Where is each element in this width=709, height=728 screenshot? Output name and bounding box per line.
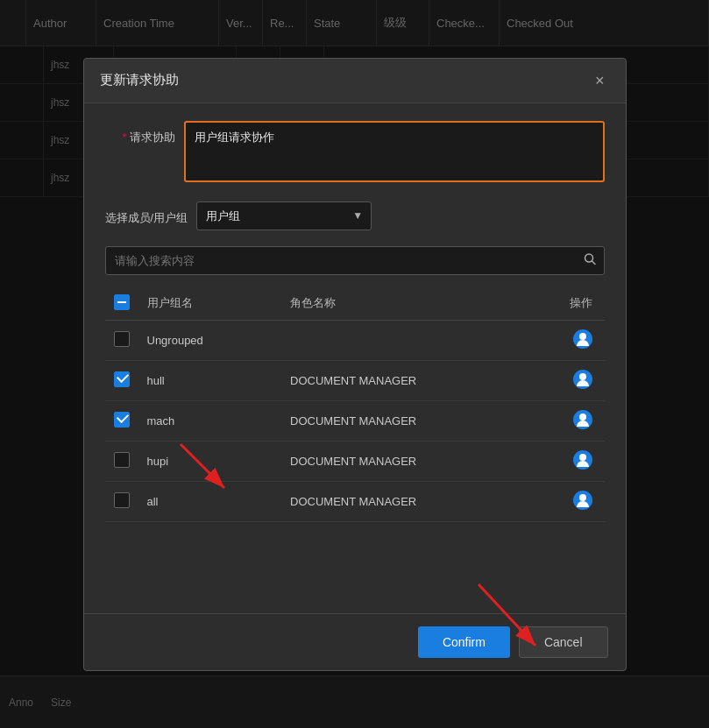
row-checkbox-hull[interactable]: [114, 371, 130, 387]
row-name: hupi: [138, 441, 282, 481]
select-member-control: 用户组 ▼: [196, 201, 604, 230]
table-row: all DOCUMENT MANAGER: [105, 481, 605, 521]
row-role: [281, 320, 560, 360]
user-icon[interactable]: [573, 450, 592, 470]
row-checkbox-cell: [105, 481, 138, 521]
search-icon: [584, 253, 596, 268]
row-checkbox-cell: [105, 320, 138, 360]
row-checkbox-cell: [105, 441, 138, 481]
form-row-select-member: 选择成员/用户组 用户组 ▼: [105, 201, 605, 230]
th-checkbox: [105, 287, 138, 321]
dialog-overlay: 更新请求协助 × *请求协助 选择成员/用户组 用户组: [0, 0, 709, 728]
table-row: hull DOCUMENT MANAGER: [105, 360, 605, 400]
row-action: [561, 441, 605, 481]
th-role: 角色名称: [281, 287, 560, 321]
row-role: DOCUMENT MANAGER: [281, 481, 560, 521]
row-checkbox-all[interactable]: [114, 492, 130, 508]
table-header-row: 用户组名 角色名称 操作: [105, 287, 605, 321]
svg-line-1: [592, 261, 595, 265]
dialog-footer: Confirm Cancel: [84, 613, 626, 670]
select-wrap: 用户组 ▼: [196, 201, 372, 230]
cancel-button[interactable]: Cancel: [519, 626, 608, 658]
table-row: mach DOCUMENT MANAGER: [105, 400, 605, 441]
confirm-button[interactable]: Confirm: [418, 626, 510, 658]
row-role: DOCUMENT MANAGER: [281, 400, 560, 441]
row-checkbox-hupi[interactable]: [114, 452, 130, 468]
row-checkbox-cell: [105, 400, 138, 441]
th-name: 用户组名: [138, 287, 282, 321]
form-row-request-help: *请求协助: [105, 121, 605, 186]
select-member-label: 选择成员/用户组: [105, 201, 197, 226]
row-checkbox-mach[interactable]: [114, 412, 130, 428]
th-action: 操作: [561, 287, 605, 321]
row-role: DOCUMENT MANAGER: [281, 360, 560, 400]
user-icon[interactable]: [573, 329, 592, 349]
request-help-label: *请求协助: [105, 121, 184, 145]
row-action: [561, 481, 605, 521]
table-row: Ungrouped: [105, 320, 605, 360]
user-table: 用户组名 角色名称 操作 Ungrouped: [105, 287, 605, 522]
select-all-checkbox[interactable]: [114, 294, 130, 310]
form-control-wrap: [184, 121, 605, 186]
table-row: hupi DOCUMENT MANAGER: [105, 441, 605, 481]
row-action: [561, 360, 605, 400]
user-icon[interactable]: [573, 370, 592, 389]
row-name: hull: [138, 360, 282, 400]
dialog-title: 更新请求协助: [100, 72, 179, 88]
request-help-textarea[interactable]: [184, 121, 605, 182]
dialog-header: 更新请求协助 ×: [84, 59, 626, 103]
dialog: 更新请求协助 × *请求协助 选择成员/用户组 用户组: [83, 58, 627, 671]
row-role: DOCUMENT MANAGER: [281, 441, 560, 481]
user-icon[interactable]: [573, 410, 592, 429]
row-name: mach: [138, 400, 282, 441]
row-action: [561, 400, 605, 441]
row-action: [561, 320, 605, 360]
search-input[interactable]: [105, 246, 605, 275]
user-icon[interactable]: [573, 491, 592, 510]
row-checkbox-cell: [105, 360, 138, 400]
required-star: *: [122, 131, 126, 144]
row-name: Ungrouped: [138, 320, 282, 360]
row-name: all: [138, 481, 282, 521]
member-select[interactable]: 用户组: [196, 201, 372, 230]
dialog-body: *请求协助 选择成员/用户组 用户组 ▼: [84, 103, 626, 613]
search-wrap: [105, 246, 605, 275]
close-button[interactable]: ×: [590, 71, 610, 90]
row-checkbox-ungrouped[interactable]: [114, 331, 130, 347]
